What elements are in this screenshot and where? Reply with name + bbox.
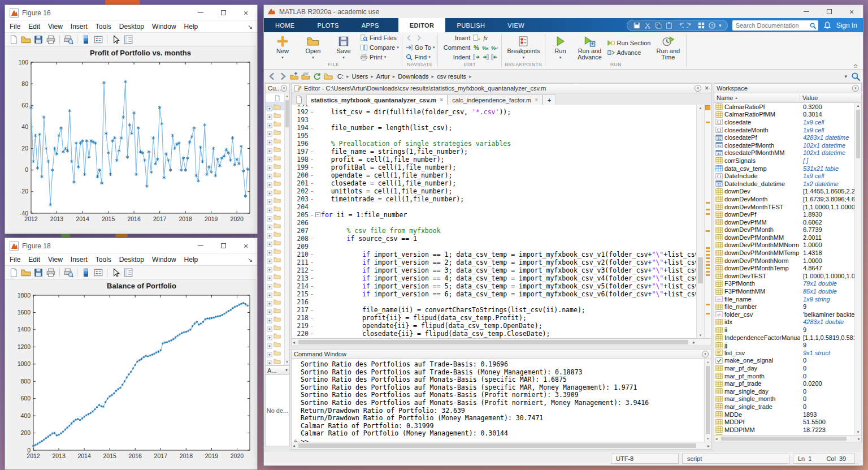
scroll-left-icon[interactable]: ◂ [715,435,718,442]
workspace-header[interactable]: Workspace ▾ [714,83,862,93]
breakpoint-gutter[interactable] [309,116,315,124]
search-documentation-input[interactable] [736,22,809,29]
workspace-row[interactable]: idx4283x1 double [714,318,861,326]
workspace-row[interactable]: 31DateInclude_datetime1x2 datetime [714,180,861,188]
workspace-row[interactable]: mar_single_day0 [714,387,861,395]
expand-icon[interactable] [267,307,272,313]
breadcrumb[interactable]: C:▸Users▸Artur▸Downloads▸csv results▸ [336,71,841,81]
line-number[interactable]: 198 [292,156,309,163]
open-file-icon[interactable] [21,268,31,278]
notifications-bell-icon[interactable] [823,21,832,30]
expand-icon[interactable] [267,214,272,219]
workspace-row[interactable]: downDevPfMonthMM2.0011 [714,234,861,242]
workspace-row[interactable]: mar_pf_trade0.0200 [714,380,861,387]
menu-item-help[interactable]: Help [184,23,198,31]
panel-menu-icon[interactable]: ▾ [852,85,859,92]
advance-button[interactable]: Advance [607,48,650,57]
redo-icon[interactable] [687,21,695,29]
workspace-row[interactable]: downDevPfMonth6.7739 [714,226,861,234]
breadcrumb-item-artur[interactable]: Artur [375,73,391,80]
workspace-row[interactable]: {}closedateMonth1x9 cell [714,126,861,134]
command-prompt[interactable]: >> [301,438,309,442]
compare-button[interactable]: Compare▾ [360,44,399,52]
workspace-row[interactable]: jj9 [714,341,861,349]
expand-icon[interactable] [267,154,272,160]
workspace-row[interactable]: mar_single_trade0 [714,403,861,411]
breakpoint-gutter[interactable] [309,203,315,211]
browse-folder-icon[interactable] [301,72,310,81]
breadcrumb-separator-icon[interactable]: ▸ [391,74,397,79]
workspace-row[interactable]: downDev[1.4455,1.8605,2.2421,... [714,188,861,196]
workspace-row[interactable]: F3PfMonth79x1 double [714,280,861,288]
toolstrip-tab-home[interactable]: HOME [264,18,306,32]
scroll-down-icon[interactable]: ▾ [855,430,861,434]
forward-icon[interactable] [415,34,423,42]
breakpoint-gutter[interactable]: - [309,156,315,163]
toolstrip-tab-editor[interactable]: EDITOR [398,18,446,32]
line-number[interactable]: 220 [292,330,309,338]
analyzer-warning-mark[interactable] [706,213,710,215]
maximize-button[interactable] [818,5,840,18]
search-folder-icon[interactable] [850,71,861,81]
document-bar-icon[interactable] [294,95,304,104]
line-number[interactable]: 206 [292,219,309,227]
menu-item-tools[interactable]: Tools [96,256,111,264]
line-number[interactable]: 193 [292,116,309,124]
workspace-row[interactable]: {}closedate1x9 cell [714,118,861,126]
scroll-left-icon[interactable]: ◂ [293,339,295,346]
expand-icon[interactable] [267,205,272,211]
analyzer-warning-mark[interactable] [706,257,710,259]
current-folder-tree[interactable]: ▴▾ [265,93,290,365]
line-number[interactable]: 218 [292,314,309,322]
menu-item-file[interactable]: File [10,23,20,31]
workspace-row[interactable]: 31closedatePfMonth102x1 datetime [714,141,861,149]
insert-section-icon[interactable] [472,34,480,42]
maximize-button[interactable] [212,5,235,20]
close-button[interactable]: × [235,5,257,20]
save-icon[interactable] [633,21,641,29]
scroll-right-icon[interactable]: ▸ [693,339,695,346]
insert-legend-icon[interactable] [93,35,103,45]
panel-menu-icon[interactable]: ▾ [702,351,709,357]
expand-icon[interactable] [267,248,272,253]
scroll-right-icon[interactable]: ▸ [708,442,710,449]
breadcrumb-separator-icon[interactable]: ▸ [430,74,436,79]
line-number[interactable]: 202 [292,187,309,195]
code-area[interactable]: 191192- list_csv = dir(fullfile(folder_c… [291,105,711,339]
line-number[interactable]: 196 [292,140,309,148]
breakpoint-gutter[interactable]: - [309,330,315,338]
breakpoints-button[interactable]: Breakpoints▾ [505,35,542,61]
breakpoint-gutter[interactable]: - [309,179,315,187]
smart-indent-icon[interactable] [472,53,480,61]
workspace-row[interactable]: make_one_signal0 [714,357,861,365]
line-number[interactable]: 203 [292,195,309,203]
print-preview-icon[interactable] [63,268,73,278]
workspace-row[interactable]: MDDPf51.5500 [714,418,861,426]
menu-item-view[interactable]: View [48,23,63,31]
workspace-row[interactable]: downDevPfMonthTemp4.8647 [714,264,861,272]
menu-item-tools[interactable]: Tools [96,23,111,31]
sign-in-link[interactable]: Sign In [836,21,857,29]
paste-icon[interactable] [665,21,673,29]
workspace-row[interactable]: chfolder_csv'belkaminer backtest' [714,311,861,318]
refresh-icon[interactable] [313,72,322,81]
command-window[interactable]: Sortino Ratio des Portfolios auf Trade-B… [291,359,711,442]
line-number[interactable]: 215 [292,290,309,298]
search-icon[interactable] [809,21,817,29]
line-number[interactable]: 214 [292,282,309,290]
fx-icon[interactable]: fx [294,438,301,442]
analyzer-warning-mark[interactable] [706,202,710,204]
analyzer-warning-mark[interactable] [706,313,710,314]
edit-plot-icon[interactable] [111,268,121,278]
workspace-vertical-scrollbar[interactable]: ▴ ▾ [854,103,861,435]
panel-menu-icon[interactable]: ▾ [695,85,701,92]
breakpoint-gutter[interactable]: - [309,290,315,298]
expand-icon[interactable] [267,239,272,245]
forward-icon[interactable] [279,72,288,81]
scroll-up-icon[interactable]: ▴ [697,105,704,110]
analyzer-warning-mark[interactable] [706,271,710,273]
workspace-row[interactable]: downDevMonth[1.6739;3.8096;4.6525;... [714,195,861,203]
command-window-header[interactable]: Command Window ▾ [291,349,711,359]
expand-icon[interactable] [267,341,272,347]
up-one-level-icon[interactable] [290,72,299,81]
